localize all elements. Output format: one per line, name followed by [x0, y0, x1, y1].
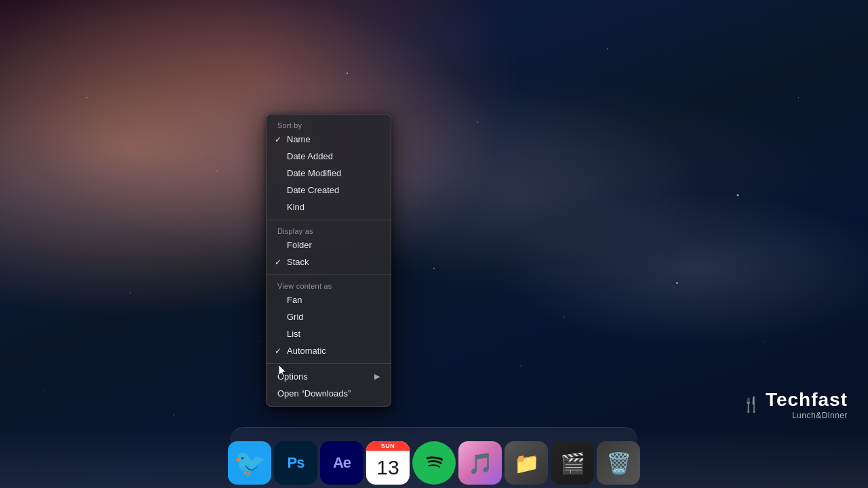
dock-item-trash[interactable]: 🗑️: [597, 441, 640, 485]
photoshop-label: Ps: [288, 454, 304, 472]
ae-label: Ae: [333, 454, 351, 472]
calendar-month: SUN: [366, 441, 410, 451]
dock-item-spotify[interactable]: [412, 441, 456, 485]
display-as-section: Display as Folder ✓ Stack: [267, 220, 391, 275]
sort-by-label: Sort by: [267, 119, 391, 131]
view-content-as-label: View content as: [267, 279, 391, 291]
menu-item-folder[interactable]: Folder: [267, 237, 391, 253]
svg-point-0: [422, 451, 446, 475]
menu-item-options[interactable]: Options ▶: [267, 368, 391, 385]
view-content-as-section: View content as Fan Grid List ✓ Automati…: [267, 275, 391, 364]
menu-item-grid[interactable]: Grid: [267, 308, 391, 325]
dock-item-after-effects[interactable]: Ae: [320, 441, 363, 485]
calendar-day: 13: [366, 451, 410, 485]
display-as-label: Display as: [267, 224, 391, 237]
dock-item-itunes[interactable]: 🎵: [458, 441, 502, 485]
watermark: 🍴 Techfast Lunch&Dinner: [742, 389, 848, 420]
menu-item-kind[interactable]: Kind: [267, 199, 391, 216]
menu-item-fan[interactable]: Fan: [267, 291, 391, 308]
sort-by-section: Sort by ✓ Name Date Added Date Modified …: [267, 115, 391, 220]
actions-section: Options ▶ Open “Downloads”: [267, 364, 391, 406]
menu-item-open-downloads[interactable]: Open “Downloads”: [267, 385, 391, 402]
dock-item-stack[interactable]: 📁: [505, 441, 548, 485]
dock-item-photoshop[interactable]: Ps: [274, 441, 317, 485]
menu-item-automatic[interactable]: ✓ Automatic: [267, 342, 391, 359]
desktop-background: [0, 0, 868, 488]
menu-item-list[interactable]: List: [267, 325, 391, 342]
watermark-subtitle: Lunch&Dinner: [766, 411, 848, 420]
menu-item-date-modified[interactable]: Date Modified: [267, 165, 391, 182]
dock-item-twitter[interactable]: 🐦: [228, 441, 271, 485]
checkmark-stack: ✓: [275, 258, 281, 267]
context-menu: Sort by ✓ Name Date Added Date Modified …: [266, 114, 391, 407]
checkmark-automatic: ✓: [275, 346, 281, 356]
dock-item-calendar[interactable]: SUN 13: [366, 441, 410, 485]
menu-item-name[interactable]: ✓ Name: [267, 131, 391, 148]
submenu-arrow-icon: ▶: [374, 372, 380, 381]
menu-item-date-added[interactable]: Date Added: [267, 148, 391, 165]
menu-item-stack[interactable]: ✓ Stack: [267, 253, 391, 270]
checkmark-name: ✓: [275, 135, 281, 144]
dock-item-movie[interactable]: 🎬: [551, 441, 594, 485]
watermark-name: Techfast: [766, 389, 848, 411]
dock: 🐦 Ps Ae SUN 13 🎵 📁: [0, 427, 868, 488]
menu-item-date-created[interactable]: Date Created: [267, 182, 391, 199]
